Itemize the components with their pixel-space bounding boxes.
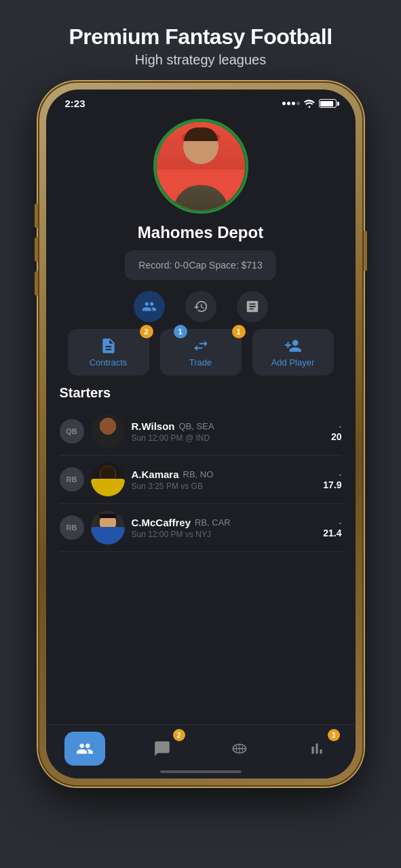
player-avatar-kamara (91, 462, 125, 496)
history-icon (193, 299, 208, 314)
player-info-wilson: R.Wilson QB, SEA Sun 12:00 PM @ IND (132, 420, 324, 443)
tab-bar: 2 3 (46, 724, 356, 774)
battery-icon (319, 99, 337, 108)
record-bar: Record: 0-0 Cap Space: $713 (125, 250, 275, 280)
contracts-label: Contracts (90, 357, 128, 368)
standings-tab-icon (308, 740, 326, 757)
position-badge-rb1: RB (60, 467, 84, 492)
add-player-label: Add Player (271, 357, 315, 368)
player-row[interactable]: RB A.Kamara RB, NO Sun 3:25 PM vs GB (60, 456, 342, 504)
contracts-badge: 2 (140, 325, 153, 338)
player-game: Sun 12:00 PM @ IND (132, 433, 324, 443)
player-pos-team: RB, CAR (195, 517, 231, 528)
position-badge-qb: QB (60, 419, 84, 443)
player-pos-team: QB, SEA (179, 421, 214, 431)
status-icons (282, 99, 337, 108)
time-display: 2:23 (65, 98, 85, 109)
action-icons-row (46, 291, 356, 322)
player-name: A.Kamara (132, 469, 179, 480)
player-info-mccaffrey: C.McCaffrey RB, CAR Sun 12:00 PM vs NYJ (132, 517, 317, 539)
player-score-mccaffrey: - 21.4 (323, 517, 341, 538)
page-subtitle: High strategy leagues (69, 52, 332, 68)
home-indicator (160, 770, 242, 773)
trade-button[interactable]: 1 1 Trade (160, 329, 242, 376)
starters-section: Starters QB R.Wilson QB, SEA (46, 376, 356, 552)
phone-screen: 2:23 (46, 90, 356, 778)
tab-chat[interactable]: 2 (142, 732, 183, 766)
page-title: Premium Fantasy Football (69, 24, 332, 50)
player-info-kamara: A.Kamara RB, NO Sun 3:25 PM vs GB (132, 469, 317, 491)
football-tab-icon (231, 740, 248, 757)
trade-icon (192, 337, 210, 355)
cap-space-display: Cap Space: $713 (189, 260, 262, 271)
add-player-icon (284, 337, 302, 355)
team-tab-icon (76, 740, 94, 757)
player-row[interactable]: RB C.McCaffrey RB, CAR Sun 12:00 PM vs (60, 504, 342, 552)
player-photo (157, 122, 245, 210)
tab-football[interactable] (219, 732, 260, 766)
chat-tab-icon (153, 740, 171, 757)
player-avatar-mccaffrey (91, 511, 125, 545)
contracts-icon (100, 337, 117, 355)
player-row[interactable]: QB R.Wilson QB, SEA Sun 12:00 PM @ IND (60, 408, 342, 456)
history-icon-btn[interactable] (185, 291, 216, 322)
record-display: Record: 0-0 (138, 260, 188, 271)
trade-badge-blue: 1 (174, 325, 187, 338)
player-pos-team: RB, NO (183, 469, 214, 479)
avatar-ring (153, 119, 248, 214)
player-game: Sun 12:00 PM vs NYJ (132, 530, 317, 539)
chat-tab-badge: 2 (173, 729, 185, 741)
roster-icon-btn[interactable] (134, 291, 165, 322)
player-avatar-wilson (91, 414, 125, 448)
starters-title: Starters (60, 385, 342, 401)
standings-tab-badge: 3 (328, 729, 340, 741)
tab-team[interactable] (64, 732, 105, 766)
avatar-container (153, 119, 248, 214)
contracts-button[interactable]: 2 Contracts (68, 329, 149, 376)
trade-label: Trade (189, 357, 212, 368)
signal-icon (282, 102, 300, 105)
team-name: Mahomes Depot (138, 223, 263, 242)
player-game: Sun 3:25 PM vs GB (132, 481, 317, 491)
notch (147, 90, 255, 110)
position-badge-rb2: RB (60, 515, 84, 540)
phone-frame: 2:23 (38, 81, 364, 787)
wifi-icon (304, 100, 315, 108)
screen-content: Mahomes Depot Record: 0-0 Cap Space: $71… (46, 112, 356, 774)
page-header: Premium Fantasy Football High strategy l… (55, 0, 345, 81)
player-name: C.McCaffrey (132, 517, 191, 528)
add-player-button[interactable]: Add Player (252, 329, 334, 376)
player-name: R.Wilson (132, 420, 175, 432)
avatar-section: Mahomes Depot Record: 0-0 Cap Space: $71… (46, 112, 356, 280)
roster-icon (142, 299, 157, 314)
news-icon-btn[interactable] (237, 291, 268, 322)
news-icon (245, 299, 260, 314)
big-action-buttons: 2 Contracts 1 1 Trade (60, 329, 342, 376)
player-score-kamara: - 17.9 (323, 469, 341, 490)
trade-badge-orange: 1 (232, 325, 246, 338)
player-score-wilson: - 20 (331, 421, 342, 442)
tab-standings[interactable]: 3 (297, 732, 337, 766)
